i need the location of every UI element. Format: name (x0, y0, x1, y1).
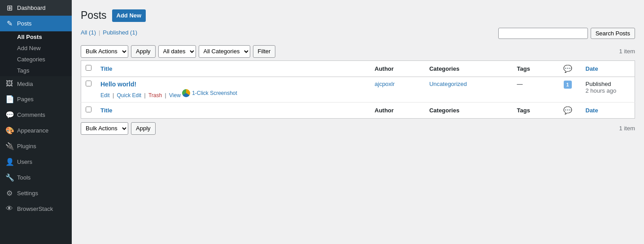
view-link[interactable]: View (169, 92, 181, 98)
trash-link[interactable]: Trash (148, 92, 162, 98)
comments-icon: 💬 (5, 111, 13, 119)
row-checkbox[interactable] (86, 81, 91, 86)
bulk-actions-select-bottom[interactable]: Bulk Actions (81, 122, 128, 135)
filter-all-link[interactable]: All (1) (81, 29, 96, 36)
sidebar-item-label: Users (17, 158, 32, 165)
th-comments: 💬 (554, 60, 581, 77)
row-title-cell: Hello world! Edit | Quick Edit | Trash |… (96, 77, 370, 102)
filter-published-link[interactable]: Published (1) (103, 29, 137, 36)
select-all-checkbox-bottom[interactable] (86, 107, 91, 112)
author-link[interactable]: ajcpoxlr (374, 81, 395, 87)
sort-date-link-bottom[interactable]: Date (586, 107, 598, 114)
row-checkbox-cell (81, 77, 96, 102)
sidebar-item-tools[interactable]: 🔧 Tools (0, 170, 72, 185)
item-count-top: 1 item (619, 48, 635, 55)
th-categories: Categories (425, 60, 512, 77)
main-content: Posts Add New All (1) | Published (1) Se… (72, 0, 644, 244)
comments-badge[interactable]: 1 (564, 81, 572, 89)
select-all-checkbox[interactable] (86, 65, 91, 71)
sidebar: ⊞ Dashboard ✎ Posts All Posts Add New Ca… (0, 0, 72, 244)
pages-icon: 📄 (5, 95, 13, 103)
toolbar-top: Bulk Actions Apply All dates All Categor… (81, 45, 635, 58)
filter-separator: | (99, 29, 100, 36)
sidebar-item-label: Appearance (17, 127, 48, 134)
dates-filter-select[interactable]: All dates (158, 45, 196, 58)
tfoot-title: Title (96, 102, 370, 118)
media-icon: 🖼 (5, 80, 13, 88)
bulk-actions-select-top[interactable]: Bulk Actions (81, 45, 128, 58)
sidebar-item-settings[interactable]: ⚙ Settings (0, 185, 72, 201)
categories-filter-select[interactable]: All Categories (199, 45, 250, 58)
plugin-link[interactable]: 1-Click Screenshot (182, 89, 237, 97)
sidebar-item-posts[interactable]: ✎ Posts (0, 16, 72, 31)
sidebar-item-label: Media (17, 81, 33, 87)
sidebar-item-label: Plugins (17, 143, 36, 150)
comments-header-icon: 💬 (563, 65, 572, 73)
page-title: Posts (81, 9, 107, 22)
search-area: Search Posts (498, 28, 635, 39)
row-actions: Edit | Quick Edit | Trash | View 1-Click… (100, 89, 366, 98)
row-categories-cell: Uncategorized (425, 77, 512, 102)
sidebar-item-label: Tools (17, 174, 30, 181)
date-status: Published (586, 81, 611, 87)
apply-button-bottom[interactable]: Apply (131, 122, 156, 135)
sidebar-item-comments[interactable]: 💬 Comments (0, 107, 72, 123)
dashboard-icon: ⊞ (5, 4, 13, 12)
tfoot-checkbox (81, 102, 96, 118)
sidebar-item-label: Posts (17, 20, 32, 27)
filter-button[interactable]: Filter (253, 45, 276, 58)
sidebar-item-add-new[interactable]: Add New (0, 43, 72, 54)
th-author: Author (370, 60, 425, 77)
th-checkbox (81, 60, 96, 77)
sidebar-item-tags[interactable]: Tags (0, 65, 72, 76)
row-author-cell: ajcpoxlr (370, 77, 425, 102)
row-tags-cell: — (513, 77, 554, 102)
sort-date-link[interactable]: Date (586, 65, 598, 72)
page-header: Posts Add New (81, 9, 635, 22)
sidebar-item-pages[interactable]: 📄 Pages (0, 91, 72, 107)
sidebar-item-all-posts[interactable]: All Posts (0, 31, 72, 43)
sidebar-item-label: BrowserStack (17, 205, 53, 212)
quick-edit-link[interactable]: Quick Edit (117, 92, 141, 98)
sidebar-item-media[interactable]: 🖼 Media (0, 76, 72, 91)
table-row: Hello world! Edit | Quick Edit | Trash |… (81, 77, 635, 102)
sidebar-item-browserstack[interactable]: 👁 BrowserStack (0, 201, 72, 216)
sidebar-item-users[interactable]: 👤 Users (0, 154, 72, 170)
comments-footer-icon: 💬 (563, 107, 572, 114)
search-input[interactable] (498, 28, 588, 39)
posts-table: Title Author Categories Tags 💬 Date He (81, 60, 635, 119)
posts-submenu: All Posts Add New Categories Tags (0, 31, 72, 76)
tfoot-categories: Categories (425, 102, 512, 118)
post-title-link[interactable]: Hello world! (100, 81, 136, 88)
sidebar-item-label: Comments (17, 111, 45, 118)
sidebar-item-label: Settings (17, 190, 38, 197)
users-icon: 👤 (5, 158, 13, 166)
item-count-bottom: 1 item (619, 125, 635, 132)
sidebar-item-dashboard[interactable]: ⊞ Dashboard (0, 0, 72, 16)
sidebar-item-appearance[interactable]: 🎨 Appearance (0, 123, 72, 138)
sort-title-link[interactable]: Title (100, 65, 113, 72)
browserstack-icon: 👁 (5, 205, 13, 213)
plugin-circle-icon (182, 89, 190, 97)
sidebar-item-categories[interactable]: Categories (0, 54, 72, 65)
sort-title-link-bottom[interactable]: Title (100, 107, 113, 114)
apply-button-top[interactable]: Apply (131, 45, 156, 58)
th-date: Date (581, 60, 635, 77)
date-relative: 2 hours ago (586, 87, 617, 94)
appearance-icon: 🎨 (5, 126, 13, 135)
search-posts-button[interactable]: Search Posts (591, 28, 635, 39)
settings-icon: ⚙ (5, 189, 13, 197)
plugins-icon: 🔌 (5, 142, 13, 150)
posts-icon: ✎ (5, 19, 13, 28)
edit-link[interactable]: Edit (100, 92, 110, 98)
sidebar-item-plugins[interactable]: 🔌 Plugins (0, 138, 72, 154)
add-new-button[interactable]: Add New (112, 9, 146, 22)
tools-icon: 🔧 (5, 173, 13, 182)
tfoot-date: Date (581, 102, 635, 118)
toolbar-bottom: Bulk Actions Apply 1 item (81, 122, 635, 135)
category-link[interactable]: Uncategorized (429, 81, 467, 87)
row-date-cell: Published 2 hours ago (581, 77, 635, 102)
sidebar-item-label: Dashboard (17, 4, 46, 11)
th-tags: Tags (513, 60, 554, 77)
row-comments-cell: 1 (554, 77, 581, 102)
